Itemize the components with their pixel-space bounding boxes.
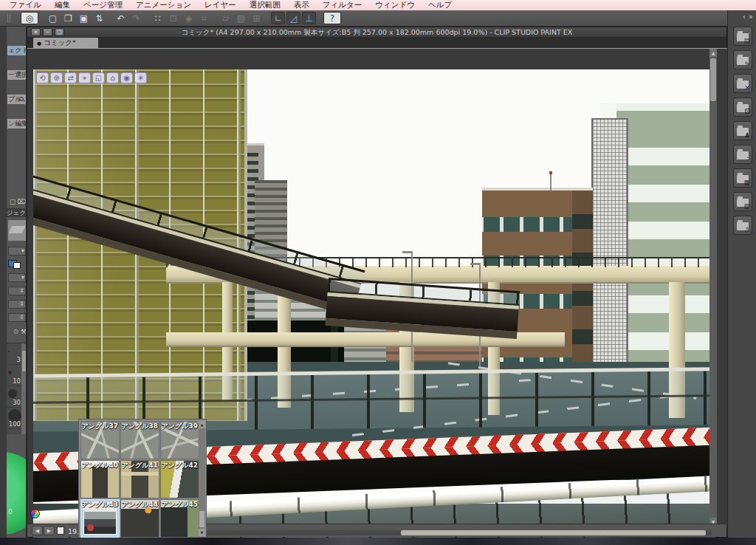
command-toolbar: ◎ ▢ ❐ ▣ ⇅ ↶ ↷ ∷ ⊡ ◈ ⌗ ▱ ▨ ⊞ ∟ ◿ ⊥ ? xyxy=(0,10,727,27)
materials-lines-button[interactable]: ▧ xyxy=(733,192,752,211)
angle-panel-scrollbar[interactable]: ▲ ▼ xyxy=(199,421,205,536)
color-wheel-icon[interactable] xyxy=(30,509,40,518)
vertical-scroll-thumb[interactable] xyxy=(710,58,716,101)
material-dock: ‹ » ▤ ✎ ✕ ⚄ ♟ ∴ ▦ ▧ ♙ xyxy=(727,10,756,538)
window-controls: ✕ ─ ❏ xyxy=(31,28,64,36)
redo-button[interactable]: ↷ xyxy=(129,12,143,24)
angle-item-44[interactable]: アングル44 xyxy=(120,499,159,538)
open-file-button[interactable]: ❐ xyxy=(61,12,75,24)
color-value-label: 0 xyxy=(8,508,13,515)
canvas-vertical-scrollbar[interactable]: ▲ ▼ xyxy=(709,49,717,526)
gear-icon[interactable]: ⚙ xyxy=(13,328,19,335)
materials-pose-button[interactable]: ♙ xyxy=(733,216,752,235)
materials-monochrome-pattern-button[interactable]: ✕ xyxy=(733,74,752,93)
materials-3d-button[interactable]: ♟ xyxy=(733,121,752,140)
menu-layer[interactable]: レイヤー xyxy=(198,0,243,10)
ruler-mode-3-button[interactable]: ⊞ xyxy=(250,12,264,24)
subtool-item-object[interactable]: ェクト xyxy=(7,46,26,55)
dock-collapse-left-icon[interactable]: ‹ xyxy=(743,13,746,21)
subtool-item-layer-select[interactable]: 一選択 xyxy=(7,70,26,80)
angle-item-43-selected[interactable]: ✓ アングル43 xyxy=(80,499,120,538)
move-object-plane-icon[interactable]: ⌖ xyxy=(78,72,91,83)
horizontal-scroll-thumb[interactable] xyxy=(401,530,706,535)
close-window-button[interactable]: ✕ xyxy=(31,28,41,36)
snap-object-icon[interactable]: ◉ xyxy=(120,72,133,83)
materials-manga-material-button[interactable]: ⚄ xyxy=(733,97,752,117)
scroll-up-icon[interactable]: ▲ xyxy=(709,49,717,57)
maximize-window-button[interactable]: ❏ xyxy=(55,28,64,36)
object-settings-icon[interactable]: ✳ xyxy=(134,72,147,83)
property-dropdown[interactable]: ▾ xyxy=(8,247,26,256)
angle-item-45[interactable]: アングル45 xyxy=(160,499,199,538)
dock-expand-icon[interactable]: » xyxy=(749,13,753,21)
tab-bullet-icon: ● xyxy=(37,41,41,47)
wrench-icon[interactable]: ⚒ xyxy=(21,328,27,335)
property-color-chip[interactable] xyxy=(8,260,17,267)
subtool-item-line-edit[interactable]: ン編集 xyxy=(7,119,26,128)
menu-page-management[interactable]: ページ管理 xyxy=(77,0,129,10)
dolly-camera-icon[interactable]: ⇄ xyxy=(64,72,77,83)
save-all-button[interactable]: ⇅ xyxy=(92,12,106,24)
angle-grid: アングル37 アングル38 アングル39 アングル40 アングル41 アングル4… xyxy=(80,421,199,537)
invert-selection-button[interactable]: ◈ xyxy=(182,12,196,24)
minimize-window-button[interactable]: ─ xyxy=(43,28,52,36)
clip-studio-home-button[interactable]: ◎ xyxy=(21,12,38,24)
tool-dock-edge xyxy=(0,27,7,538)
page-icon xyxy=(57,527,64,535)
previous-page-button[interactable]: ◀ xyxy=(32,526,43,535)
brush-size-scrollbar[interactable] xyxy=(21,343,27,434)
ruler-mode-1-button[interactable]: ▱ xyxy=(219,12,233,24)
property-stepper[interactable]: ⇕ xyxy=(8,300,26,309)
snap-to-special-ruler-button[interactable]: ◿ xyxy=(286,12,300,24)
menu-edit[interactable]: 編集 xyxy=(48,0,77,10)
menu-window[interactable]: ウィンドウ xyxy=(368,0,422,10)
rotate-object-icon[interactable]: ◱ xyxy=(92,72,105,83)
save-file-button[interactable]: ▣ xyxy=(77,12,91,24)
angle-scroll-thumb[interactable] xyxy=(199,511,205,527)
ruler-mode-2-button[interactable]: ▨ xyxy=(234,12,248,24)
menu-view[interactable]: 表示 xyxy=(287,0,316,10)
delete-subtool-icon[interactable]: ⌦ xyxy=(17,198,27,205)
menu-help[interactable]: ヘルプ xyxy=(422,0,458,10)
new-file-button[interactable]: ▢ xyxy=(46,12,60,24)
angle-preset-panel: アングル37 アングル38 アングル39 アングル40 アングル41 アングル4… xyxy=(78,419,207,538)
rotate-camera-icon[interactable]: ⟲ xyxy=(36,72,49,83)
deselect-button[interactable]: ⊡ xyxy=(166,12,180,24)
scroll-up-icon[interactable]: ▲ xyxy=(199,421,205,428)
angle-item-42[interactable]: アングル42 xyxy=(160,460,199,498)
materials-image-button[interactable]: ▦ xyxy=(733,168,752,188)
menu-file[interactable]: ファイル xyxy=(3,0,48,10)
property-stepper[interactable]: ⇕ xyxy=(8,313,26,322)
help-button[interactable]: ? xyxy=(323,12,341,24)
snap-to-grid-button[interactable]: ⊥ xyxy=(302,12,316,24)
toolbar-drag-handle[interactable] xyxy=(7,14,10,23)
menu-filter[interactable]: フィルター xyxy=(316,0,368,10)
property-stepper[interactable]: ⇕ xyxy=(8,287,26,295)
materials-color-pattern-button[interactable]: ✎ xyxy=(733,50,752,69)
left-panel-column: ェクト 一選択 ブル ン編集 ▢ ⌦ ジェクト] ▾ ▾ ⇕ ⇕ ⇕ ⚙ ⚒ 3 xyxy=(7,27,27,538)
color-wheel[interactable] xyxy=(7,452,27,535)
new-subtool-icon[interactable]: ▢ xyxy=(10,198,16,205)
pan-camera-icon[interactable]: ⊕ xyxy=(50,72,63,83)
select-area-button[interactable]: ∷ xyxy=(151,12,165,24)
undo-button[interactable]: ↶ xyxy=(114,12,128,24)
tool-property-header: ジェクト] xyxy=(7,208,27,217)
materials-effect-button[interactable]: ∴ xyxy=(733,145,752,164)
menu-animation[interactable]: アニメーション xyxy=(129,0,198,10)
move-object-3d-icon[interactable]: ⌂ xyxy=(106,72,119,83)
next-page-button[interactable]: ▶ xyxy=(44,526,55,535)
property-dropdown[interactable]: ▾ xyxy=(8,273,26,282)
angle-item-40[interactable]: アングル40 xyxy=(80,460,120,498)
scale-selection-button[interactable]: ⌗ xyxy=(197,12,211,24)
angle-item-38[interactable]: アングル38 xyxy=(120,421,159,459)
angle-item-39[interactable]: アングル39 xyxy=(160,421,199,459)
document-title-bar[interactable]: ✕ ─ ❏ コミック* (A4 297.00 x 210.00mm 製本サイズ:… xyxy=(27,27,726,38)
document-tab[interactable]: ● コミック* xyxy=(33,38,98,48)
subtool-mini-toolbar: ▢ ⌦ xyxy=(7,198,27,205)
menu-selection[interactable]: 選択範囲 xyxy=(243,0,287,10)
scroll-down-icon[interactable]: ▼ xyxy=(199,529,205,536)
angle-item-37[interactable]: アングル37 xyxy=(80,421,120,459)
angle-item-41[interactable]: アングル41 xyxy=(120,460,159,498)
snap-to-ruler-button[interactable]: ∟ xyxy=(271,12,285,24)
materials-all-button[interactable]: ▤ xyxy=(733,27,752,46)
